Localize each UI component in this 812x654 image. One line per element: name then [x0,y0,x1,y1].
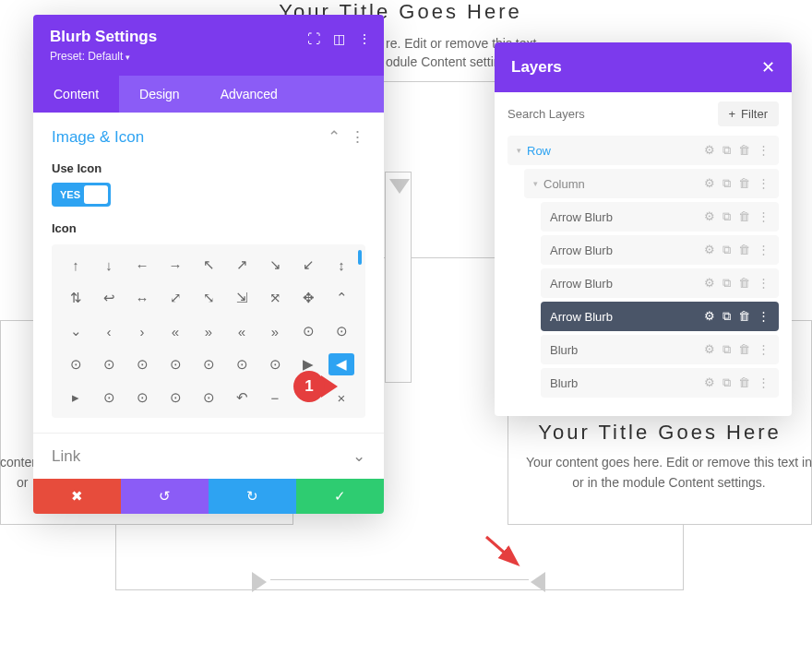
menu-icon[interactable]: ⋮ [758,209,770,224]
icon-option[interactable]: ⊙ [96,353,122,375]
icon-option[interactable]: ⊙ [162,386,188,409]
icon-option[interactable]: ↘ [262,254,288,276]
caret-icon[interactable]: ▾ [517,146,521,155]
chevron-up-icon[interactable]: ⌃ [328,127,340,147]
search-input[interactable] [508,107,710,121]
icon-option[interactable]: › [129,320,155,342]
tab-content[interactable]: Content [33,76,119,113]
gear-icon[interactable]: ⚙ [704,276,715,291]
layer-item[interactable]: Arrow Blurb⚙⧉🗑⋮ [541,202,779,232]
icon-option[interactable]: ⊙ [295,320,321,342]
icon-option[interactable]: ⊙ [262,353,288,375]
icon-option[interactable]: ⌄ [63,320,89,342]
trash-icon[interactable]: 🗑 [738,143,750,158]
duplicate-icon[interactable]: ⧉ [722,143,731,158]
icon-scrollbar[interactable] [358,250,362,265]
icon-option[interactable]: ↩ [96,287,122,309]
menu-icon[interactable]: ⋮ [358,31,371,46]
menu-icon[interactable]: ⋮ [758,309,770,324]
icon-option[interactable]: ⊙ [229,353,255,375]
trash-icon[interactable]: 🗑 [738,309,750,324]
trash-icon[interactable]: 🗑 [738,276,750,291]
icon-option[interactable]: ⤡ [196,287,221,309]
duplicate-icon[interactable]: ⧉ [722,209,731,224]
section-header-image-icon[interactable]: Image & Icon ⌃ ⋮ [52,127,365,147]
icon-option[interactable]: « [229,320,255,342]
gear-icon[interactable]: ⚙ [704,309,715,324]
menu-icon[interactable]: ⋮ [758,342,770,357]
tab-advanced[interactable]: Advanced [200,76,298,113]
layer-item[interactable]: Arrow Blurb⚙⧉🗑⋮ [541,302,779,331]
icon-option[interactable]: ⇲ [229,287,255,309]
layer-item[interactable]: Arrow Blurb⚙⧉🗑⋮ [541,235,779,265]
icon-option[interactable]: ‹ [96,320,122,342]
section-link[interactable]: Link ⌄ [33,433,384,479]
trash-icon[interactable]: 🗑 [738,342,750,357]
gear-icon[interactable]: ⚙ [704,209,715,224]
duplicate-icon[interactable]: ⧉ [722,176,731,191]
icon-option[interactable]: ↑ [63,254,89,276]
icon-option[interactable]: ⌃ [328,287,354,309]
layer-item[interactable]: Arrow Blurb⚙⧉🗑⋮ [541,268,779,298]
icon-option[interactable]: ⊙ [63,353,89,375]
icon-option[interactable]: « [162,320,188,342]
icon-option[interactable]: ⊙ [129,386,155,409]
layer-item[interactable]: ▾Row⚙⧉🗑⋮ [508,136,779,165]
duplicate-icon[interactable]: ⧉ [722,243,731,257]
layer-item[interactable]: Blurb⚙⧉🗑⋮ [541,335,779,364]
caret-icon[interactable]: ▾ [533,179,538,188]
duplicate-icon[interactable]: ⧉ [722,342,731,357]
gear-icon[interactable]: ⚙ [704,143,715,158]
cancel-button[interactable]: ✖ [33,479,121,514]
gear-icon[interactable]: ⚙ [704,375,715,390]
gear-icon[interactable]: ⚙ [704,243,715,257]
trash-icon[interactable]: 🗑 [738,375,750,390]
duplicate-icon[interactable]: ⧉ [722,309,731,324]
save-button[interactable]: ✓ [296,479,384,514]
columns-icon[interactable]: ◫ [333,31,345,46]
icon-option[interactable]: ⊙ [196,353,221,375]
icon-option[interactable]: ↓ [96,254,122,276]
layer-item[interactable]: Blurb⚙⧉🗑⋮ [541,368,779,398]
layer-item[interactable]: ▾Column⚙⧉🗑⋮ [524,169,779,198]
trash-icon[interactable]: 🗑 [738,176,750,191]
gear-icon[interactable]: ⚙ [704,342,715,357]
icon-option[interactable]: − [262,386,288,409]
icon-option[interactable]: ⊙ [162,353,188,375]
icon-option[interactable]: ⤢ [162,287,188,309]
icon-option[interactable]: ⊙ [96,386,122,409]
icon-option[interactable]: ↙ [295,254,321,276]
icon-option[interactable]: ⊙ [196,386,221,409]
icon-option[interactable]: ↕ [328,254,354,276]
expand-icon[interactable]: ⛶ [307,31,320,46]
use-icon-toggle[interactable]: YES [52,183,111,207]
menu-icon[interactable]: ⋮ [758,375,770,390]
icon-option[interactable]: ⊙ [328,320,354,342]
redo-button[interactable]: ↻ [209,479,296,514]
settings-preset[interactable]: Preset: Default [50,50,367,63]
duplicate-icon[interactable]: ⧉ [722,375,731,390]
icon-option[interactable]: → [162,254,188,276]
undo-button[interactable]: ↺ [121,479,209,514]
icon-option[interactable]: ⇅ [63,287,89,309]
icon-option[interactable]: ↖ [196,254,221,276]
menu-icon[interactable]: ⋮ [758,143,770,158]
icon-option[interactable]: ⊙ [129,353,155,375]
icon-option[interactable]: » [262,320,288,342]
filter-button[interactable]: + Filter [718,101,779,126]
menu-icon[interactable]: ⋮ [758,176,770,191]
icon-option[interactable]: ✥ [295,287,321,309]
close-icon[interactable]: ✕ [761,57,775,77]
duplicate-icon[interactable]: ⧉ [722,276,731,291]
trash-icon[interactable]: 🗑 [738,243,750,257]
tab-design[interactable]: Design [119,76,200,113]
gear-icon[interactable]: ⚙ [704,176,715,191]
icon-option[interactable]: ↔ [129,287,155,309]
menu-icon[interactable]: ⋮ [758,276,770,291]
menu-icon[interactable]: ⋮ [758,243,770,257]
icon-option[interactable]: ▸ [63,386,89,409]
section-menu-icon[interactable]: ⋮ [350,127,365,147]
icon-option[interactable]: ↶ [229,386,255,409]
icon-option[interactable]: ⤧ [262,287,288,309]
icon-option[interactable]: ← [129,254,155,276]
